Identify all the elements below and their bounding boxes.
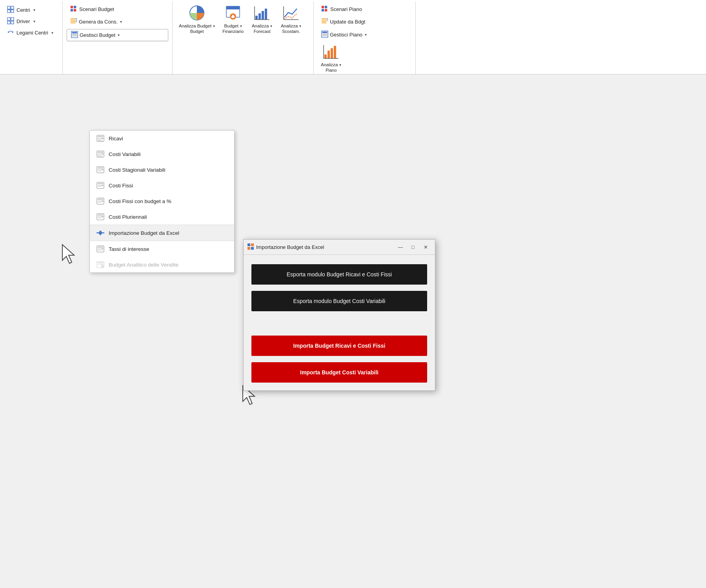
modal-close-button[interactable]: ✕	[420, 243, 431, 251]
legami-centri-button[interactable]: Legami Centri ▾	[5, 27, 56, 38]
update-bdgt-label: Update da Bdgt	[330, 19, 365, 25]
svg-rect-47	[322, 20, 327, 20]
update-bdgt-button[interactable]: Update da Bdgt	[318, 16, 411, 27]
dropdown-item-ricavi[interactable]: Ricavi	[90, 131, 234, 146]
svg-rect-17	[71, 18, 76, 19]
gestisci-budget-button[interactable]: Gestisci Budget ▾	[67, 29, 168, 41]
dropdown-item-costi-variabili[interactable]: Costi Variabili	[90, 146, 234, 162]
svg-rect-1	[11, 6, 14, 9]
svg-rect-69	[98, 152, 103, 153]
centri-button[interactable]: Centri ▾	[5, 5, 38, 15]
costi-pluriennali-label: Costi Pluriennali	[109, 214, 147, 220]
svg-rect-78	[102, 169, 103, 170]
analizza-scostam-label: Analizza ▾	[281, 24, 301, 29]
bp-items: Scenari Piano	[318, 4, 411, 74]
svg-rect-65	[98, 139, 102, 140]
genera-cons-label: Genera da Cons.	[79, 19, 118, 25]
gestisci-budget-icon	[71, 31, 78, 39]
analizza-forecast-button[interactable]: Analizza ▾ Forecast	[248, 3, 276, 35]
svg-rect-44	[322, 9, 324, 11]
svg-rect-57	[328, 51, 330, 58]
gestisci-piano-icon	[321, 31, 328, 39]
svg-rect-56	[324, 54, 327, 58]
svg-rect-90	[98, 214, 103, 216]
svg-rect-15	[71, 9, 73, 11]
svg-rect-23	[76, 21, 77, 22]
svg-rect-109	[247, 247, 250, 250]
budget-finanziario-icon	[225, 5, 241, 24]
svg-rect-103	[98, 264, 103, 265]
tassi-interesse-icon	[96, 245, 105, 253]
analizza-piano-button[interactable]: Analizza ▾ Piano	[318, 42, 344, 74]
analizza-budget-button[interactable]: Analizza Budget ▾ Budget	[176, 3, 218, 35]
costi-fissi-perc-label: Costi Fissi con budget a %	[109, 198, 171, 204]
analizza-forecast-icon	[254, 5, 270, 24]
analizza-scostam-icon	[283, 5, 299, 24]
svg-rect-73	[102, 154, 103, 154]
gestisci-budget-label: Gestisci Budget	[80, 32, 115, 38]
export-ricavi-costi-fissi-button[interactable]: Esporta modulo Budget Ricavi e Costi Fis…	[251, 264, 427, 285]
svg-rect-99	[98, 250, 102, 250]
budget-analitico-icon	[96, 261, 105, 269]
svg-rect-26	[72, 34, 77, 35]
costi-fissi-icon	[96, 181, 105, 189]
svg-rect-72	[98, 156, 102, 157]
svg-rect-66	[98, 140, 102, 141]
import-ricavi-costi-fissi-button[interactable]: Importa Budget Ricavi e Costi Fissi	[251, 336, 427, 356]
costi-stagionali-label: Costi Stagionali Variabili	[109, 167, 166, 173]
costi-variabili-icon	[96, 150, 105, 158]
dropdown-item-costi-fissi-perc[interactable]: Costi Fissi con budget a %	[90, 193, 234, 209]
dropdown-item-importazione-excel[interactable]: Importazione Budget da Excel	[90, 225, 234, 241]
svg-point-105	[102, 266, 103, 267]
svg-rect-0	[7, 6, 10, 9]
analizza-scostam-button[interactable]: Analizza ▾ Scostam.	[277, 3, 305, 35]
scenari-piano-label: Scenari Piano	[330, 6, 362, 12]
dropdown-item-costi-stagionali[interactable]: Costi Stagionali Variabili	[90, 162, 234, 178]
import-costi-variabili-button[interactable]: Importa Budget Costi Variabili	[251, 362, 427, 383]
analizza-piano-label: Analizza ▾	[321, 62, 341, 68]
ricavi-icon	[96, 134, 105, 142]
costi-stagionali-icon	[96, 166, 105, 174]
scenari-piano-button[interactable]: Scenari Piano	[318, 4, 411, 15]
dropdown-item-costi-pluriennali[interactable]: Costi Pluriennali	[90, 209, 234, 225]
svg-rect-16	[74, 9, 76, 11]
genera-cons-icon	[70, 18, 77, 26]
svg-rect-82	[98, 186, 102, 187]
gestisci-piano-button[interactable]: Gestisci Piano ▾	[318, 29, 411, 40]
driver-button[interactable]: Driver ▾	[5, 16, 38, 27]
budget-finanziario-button[interactable]: Budget ▾ Finanziario	[219, 3, 247, 35]
svg-rect-77	[98, 171, 102, 171]
importazione-budget-dialog: Importazione Budget da Excel — □ ✕ Espor…	[243, 239, 435, 391]
analizza-piano-icon	[323, 44, 339, 62]
svg-rect-3	[11, 10, 14, 13]
export-costi-variabili-button[interactable]: Esporta modulo Budget Costi Variabili	[251, 291, 427, 311]
svg-point-12	[12, 31, 14, 33]
svg-rect-42	[322, 6, 324, 8]
svg-rect-30	[226, 6, 240, 9]
svg-rect-34	[255, 16, 258, 20]
importazione-excel-label: Importazione Budget da Excel	[109, 230, 179, 236]
svg-rect-55	[322, 35, 328, 36]
svg-rect-110	[251, 247, 254, 250]
modal-maximize-button[interactable]: □	[408, 243, 419, 251]
svg-rect-18	[71, 20, 76, 20]
ribbon: Centri ▾ Driver ▾	[0, 0, 706, 74]
svg-marker-106	[62, 245, 74, 263]
svg-rect-22	[76, 20, 77, 20]
svg-rect-100	[102, 249, 103, 249]
driver-dropdown-arrow: ▾	[33, 19, 35, 24]
modal-minimize-button[interactable]: —	[395, 243, 406, 251]
dropdown-item-tassi-interesse[interactable]: Tassi di interesse	[90, 241, 234, 257]
group-business-plan: Scenari Piano	[314, 2, 416, 83]
dropdown-item-costi-fissi[interactable]: Costi Fissi	[90, 178, 234, 193]
importazione-excel-icon	[96, 229, 105, 237]
genera-cons-button[interactable]: Genera da Cons. ▾	[67, 16, 168, 27]
svg-rect-48	[322, 21, 327, 22]
svg-rect-107	[247, 243, 250, 246]
scenari-budget-button[interactable]: Scenari Budget	[67, 4, 168, 15]
centri-dropdown-arrow: ▾	[33, 8, 35, 12]
svg-rect-80	[98, 183, 103, 184]
svg-rect-59	[334, 46, 336, 58]
svg-rect-53	[322, 32, 328, 33]
svg-rect-108	[251, 243, 254, 246]
